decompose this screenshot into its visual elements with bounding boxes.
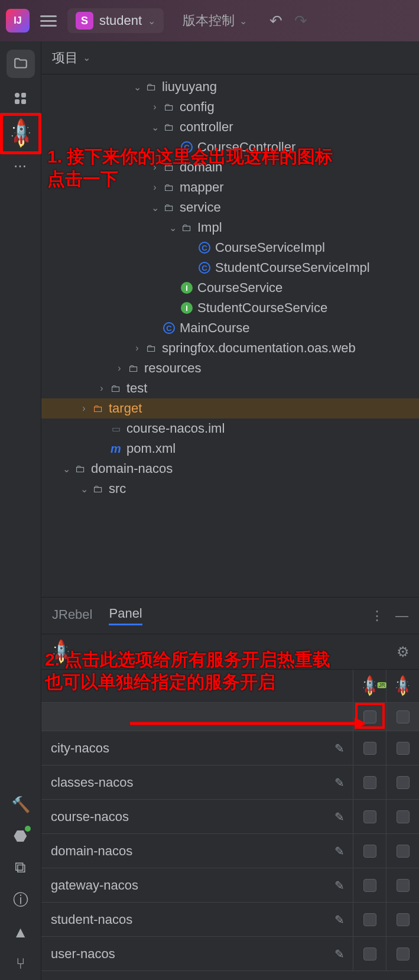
- tree-arrow-icon: ›: [95, 383, 109, 394]
- tree-item[interactable]: CStudentCourseServiceImpl: [41, 258, 419, 278]
- tree-item[interactable]: ›🗀config: [41, 97, 419, 117]
- jrebel-tool-button[interactable]: 🚀: [5, 118, 36, 149]
- build-tool-button[interactable]: 🔨: [11, 796, 30, 814]
- jrebel-enable-checkbox[interactable]: [363, 947, 376, 960]
- jrebel-enable-checkbox[interactable]: [363, 742, 376, 755]
- tree-label: controller: [180, 119, 233, 135]
- tree-arrow-icon: ⌄: [148, 122, 162, 133]
- terminal-tool-button[interactable]: ⧉: [15, 858, 26, 877]
- run-config-selector[interactable]: S student ⌄: [67, 8, 164, 33]
- tree-item[interactable]: ▭course-nacos.iml: [41, 418, 419, 439]
- jrebel-enable-checkbox[interactable]: [363, 879, 376, 892]
- project-tool-button[interactable]: [7, 50, 35, 78]
- app-icon: IJ: [6, 9, 30, 33]
- xrebel-enable-checkbox[interactable]: [397, 947, 410, 960]
- jrebel-enable-checkbox[interactable]: [363, 810, 376, 823]
- tree-arrow-icon: ›: [148, 102, 162, 112]
- tree-label: CourseServiceImpl: [215, 240, 325, 255]
- project-tree: 1. 接下来你的这里会出现这样的图标 点击一下 ⌄🗀liuyuyang›🗀con…: [41, 74, 419, 597]
- git-tool-button[interactable]: ⑂: [16, 955, 25, 973]
- tree-label: target: [109, 401, 142, 416]
- module-name: course-nacos: [51, 809, 334, 825]
- tree-item[interactable]: ›🗀domain: [41, 157, 419, 177]
- tree-item[interactable]: ⌄🗀service: [41, 197, 419, 218]
- undo-button[interactable]: ↶: [269, 12, 282, 30]
- run-config-label: student: [99, 13, 142, 28]
- edit-icon[interactable]: ✎: [334, 878, 345, 893]
- chevron-down-icon: ⌄: [148, 15, 155, 27]
- tree-arrow-icon: ›: [130, 343, 144, 353]
- redo-button[interactable]: ↷: [294, 12, 307, 30]
- edit-icon[interactable]: ✎: [334, 913, 345, 927]
- edit-icon[interactable]: ✎: [334, 810, 345, 824]
- module-name: user-nacos: [51, 946, 334, 962]
- xrebel-enable-checkbox[interactable]: [397, 879, 410, 892]
- structure-tool-button[interactable]: [7, 84, 35, 112]
- tree-item[interactable]: ›🗀test: [41, 378, 419, 398]
- tree-label: domain-nacos: [91, 461, 173, 476]
- tree-item[interactable]: ⌄🗀Impl: [41, 218, 419, 238]
- tree-label: service: [180, 200, 221, 215]
- tree-item[interactable]: CCourseController: [41, 137, 419, 157]
- edit-icon[interactable]: ✎: [334, 844, 345, 858]
- tree-label: springfox.documentation.oas.web: [162, 340, 356, 356]
- services-tool-button[interactable]: ⬣: [14, 827, 27, 845]
- panel-minimize-button[interactable]: —: [395, 608, 408, 624]
- tab-panel[interactable]: Panel: [109, 606, 142, 625]
- jrebel-module-row: city-nacos ✎: [41, 731, 419, 765]
- jrebel-tabs: JRebel Panel ⋮ —: [41, 598, 419, 634]
- jrebel-module-row: gateway-nacos ✎: [41, 868, 419, 903]
- tree-item[interactable]: CMainCourse: [41, 318, 419, 338]
- tree-item[interactable]: ⌄🗀domain-nacos: [41, 459, 419, 479]
- panel-menu-button[interactable]: ⋮: [371, 608, 384, 624]
- jrebel-enable-checkbox[interactable]: [363, 845, 376, 858]
- tree-item[interactable]: ICourseService: [41, 278, 419, 298]
- jrebel-module-row: domain-nacos ✎: [41, 834, 419, 868]
- tree-arrow-icon: ›: [148, 182, 162, 193]
- tree-item[interactable]: IStudentCourseService: [41, 298, 419, 318]
- edit-icon[interactable]: ✎: [334, 741, 345, 755]
- gear-icon[interactable]: ⚙: [397, 644, 410, 660]
- tree-label: MainCourse: [180, 320, 250, 336]
- xrebel-enable-checkbox[interactable]: [397, 845, 410, 858]
- jrebel-toolbar: 🚀 ⚙: [41, 634, 419, 670]
- tree-label: domain: [180, 160, 222, 175]
- left-tool-rail: 🚀 ⋯ 🔨 ⬣ ⧉ ⓘ ▲ ⑂: [0, 41, 41, 980]
- tree-label: mapper: [180, 180, 224, 195]
- warnings-tool-button[interactable]: ▲: [13, 923, 28, 942]
- edit-icon[interactable]: ✎: [334, 775, 345, 790]
- tree-item[interactable]: ›🗀resources: [41, 358, 419, 378]
- tree-item[interactable]: ⌄🗀src: [41, 479, 419, 499]
- tree-item[interactable]: ›🗀target: [41, 398, 419, 418]
- problems-tool-button[interactable]: ⓘ: [13, 890, 28, 910]
- xrebel-enable-checkbox[interactable]: [397, 810, 410, 823]
- jrebel-modules-table: city-nacos ✎ classes-nacos ✎ course-naco…: [41, 731, 419, 980]
- tree-item[interactable]: ⌄🗀liuyuyang: [41, 77, 419, 97]
- xrebel-enable-checkbox[interactable]: [397, 913, 410, 926]
- tab-jrebel[interactable]: JRebel: [52, 607, 92, 625]
- vcs-menu[interactable]: 版本控制 ⌄: [183, 12, 247, 30]
- module-name: gateway-nacos: [51, 878, 334, 893]
- edit-icon[interactable]: ✎: [334, 947, 345, 961]
- tree-label: CourseController: [197, 139, 295, 155]
- chevron-down-icon: ⌄: [83, 52, 90, 63]
- jrebel-panel: JRebel Panel ⋮ — 🚀 ⚙ 2. 点击此选项给所有服务开启热重载 …: [41, 597, 419, 980]
- jrebel-enable-checkbox[interactable]: [363, 913, 376, 926]
- student-icon: S: [76, 12, 93, 30]
- top-toolbar: IJ S student ⌄ 版本控制 ⌄ ↶ ↷: [0, 0, 419, 41]
- tree-item[interactable]: ›🗀springfox.documentation.oas.web: [41, 338, 419, 358]
- xrebel-enable-checkbox[interactable]: [397, 742, 410, 755]
- tree-item[interactable]: mpom.xml: [41, 439, 419, 459]
- jrebel-enable-checkbox[interactable]: [363, 776, 376, 789]
- main-menu-button[interactable]: [40, 15, 57, 27]
- module-name: domain-nacos: [51, 843, 334, 859]
- tree-label: liuyuyang: [162, 79, 217, 95]
- more-tools-button[interactable]: ⋯: [14, 158, 28, 174]
- xrebel-enable-checkbox[interactable]: [397, 776, 410, 789]
- select-all-xrebel-checkbox[interactable]: [397, 710, 410, 723]
- project-panel-header[interactable]: 项目 ⌄: [41, 41, 419, 74]
- tree-item[interactable]: ›🗀mapper: [41, 177, 419, 197]
- tree-arrow-icon: ⌄: [148, 202, 162, 213]
- tree-item[interactable]: ⌄🗀controller: [41, 117, 419, 137]
- tree-item[interactable]: CCourseServiceImpl: [41, 238, 419, 258]
